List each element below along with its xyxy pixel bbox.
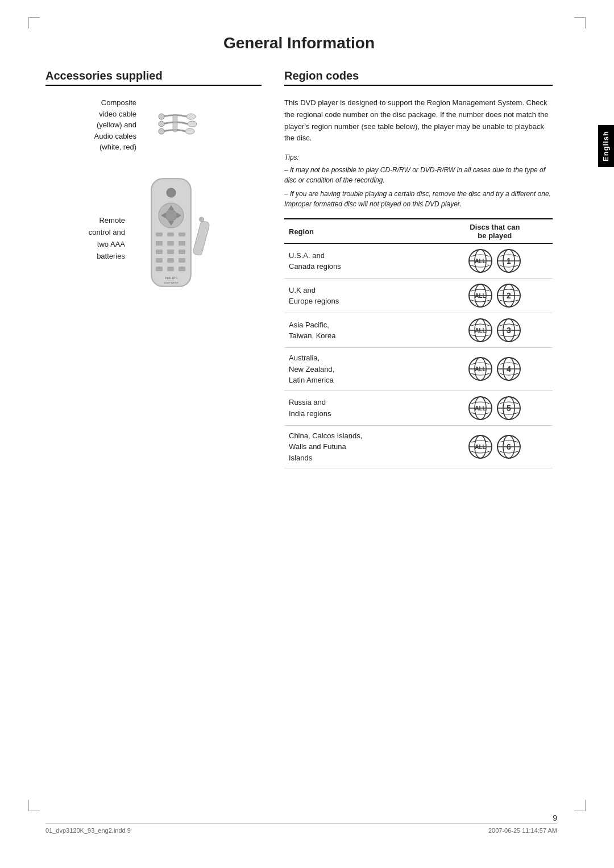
cable-illustration [146,108,202,142]
main-content: Accessories supplied Composite video cab… [45,69,569,468]
region-codes-header: Region codes [284,69,553,86]
svg-rect-25 [156,258,163,263]
disc-icons: ALL 5 [442,396,548,421]
svg-rect-17 [167,232,174,236]
cable-text: Composite video cable (yellow) and Audio… [45,97,136,153]
svg-rect-6 [173,115,177,132]
remote-illustration: PHILIPS DVD PLAYER [134,176,225,302]
region-table: Region Discs that can be played U.S.A. a… [284,218,553,468]
globe-number-icon: 5 [496,396,521,421]
globe-all-icon: ALL [468,318,493,343]
accessories-header: Accessories supplied [45,69,262,86]
region-cell: Asia Pacific,Taiwan, Korea [284,313,437,348]
discs-cell: ALL 3 [437,313,553,348]
svg-text:ALL: ALL [475,405,486,412]
disc-icons: ALL 1 [442,248,548,273]
svg-text:ALL: ALL [475,366,486,372]
svg-point-9 [167,188,176,197]
globe-all-icon: ALL [468,283,493,308]
region-cell: Russia andIndia regions [284,391,437,425]
corner-decoration-tl [28,17,40,28]
svg-rect-27 [179,258,185,263]
table-row: U.K andEurope regions ALL 2 [284,279,553,313]
svg-point-2 [185,128,194,134]
svg-rect-33 [193,220,210,255]
globe-number-icon: 1 [496,248,521,273]
table-row: Australia,New Zealand,Latin America ALL [284,348,553,391]
svg-text:ALL: ALL [475,258,486,264]
svg-point-11 [165,210,177,221]
page-title: General Information [45,34,569,52]
tips-section: Tips: – It may not be possible to play C… [284,152,553,209]
col-region-header: Region [284,219,437,244]
corner-decoration-bl [28,800,40,811]
remote-text: Remote control and two AAA batteries [45,215,125,262]
svg-rect-16 [156,232,163,236]
svg-text:4: 4 [507,364,511,373]
footer-right: 2007-06-25 11:14:57 AM [488,827,557,834]
table-row: U.S.A. andCanada regions ALL 1 [284,244,553,279]
svg-text:DVD PLAYER: DVD PLAYER [164,281,178,284]
svg-rect-26 [167,258,174,263]
svg-text:2: 2 [507,291,511,300]
page-container: English General Information Accessories … [0,0,614,868]
tip-2: – If you are having trouble playing a ce… [284,189,553,209]
col-discs-header: Discs that can be played [437,219,553,244]
svg-point-5 [159,128,164,134]
discs-cell: ALL 6 [437,425,553,468]
disc-icons: ALL 3 [442,318,548,343]
svg-rect-28 [156,267,163,271]
svg-text:1: 1 [507,256,511,265]
globe-number-icon: 4 [496,356,521,381]
remote-accessory: Remote control and two AAA batteries [45,176,262,302]
discs-cell: ALL 4 [437,348,553,391]
globe-number-icon: 2 [496,283,521,308]
globe-all-icon: ALL [468,434,493,459]
footer-left: 01_dvp3120K_93_eng2.indd 9 [45,827,131,834]
discs-cell: ALL 2 [437,279,553,313]
globe-number-icon: 6 [496,434,521,459]
svg-rect-18 [179,232,185,236]
globe-all-icon: ALL [468,396,493,421]
globe-all-icon: ALL [468,248,493,273]
globe-all-icon: ALL [468,356,493,381]
svg-rect-23 [167,250,174,254]
footer: 01_dvp3120K_93_eng2.indd 9 2007-06-25 11… [45,823,557,834]
accessories-section: Accessories supplied Composite video cab… [45,69,262,468]
language-tab: English [598,125,614,167]
region-cell: U.K andEurope regions [284,279,437,313]
corner-decoration-br [574,800,586,811]
region-codes-section: Region codes This DVD player is designed… [284,69,553,468]
region-cell: U.S.A. andCanada regions [284,244,437,279]
tip-1: – It may not be possible to play CD-R/RW… [284,165,553,185]
svg-text:6: 6 [507,442,511,451]
discs-cell: ALL 5 [437,391,553,425]
svg-text:ALL: ALL [475,444,486,450]
svg-text:5: 5 [507,404,511,413]
disc-icons: ALL 4 [442,356,548,381]
svg-text:3: 3 [507,326,511,335]
discs-cell: ALL 1 [437,244,553,279]
table-row: Russia andIndia regions ALL 5 [284,391,553,425]
svg-rect-21 [179,241,185,246]
svg-rect-22 [156,250,163,254]
page-number: 9 [553,813,557,823]
region-cell: Australia,New Zealand,Latin America [284,348,437,391]
corner-decoration-tr [574,17,586,28]
svg-rect-29 [167,267,174,271]
globe-number-icon: 3 [496,318,521,343]
svg-point-1 [188,121,197,127]
svg-point-4 [159,121,164,127]
region-cell: China, Calcos Islands,Walls and FutunaIs… [284,425,437,468]
svg-text:PHILIPS: PHILIPS [164,276,177,280]
table-row: China, Calcos Islands,Walls and FutunaIs… [284,425,553,468]
svg-rect-20 [167,241,174,246]
svg-rect-19 [156,241,163,246]
table-row: Asia Pacific,Taiwan, Korea ALL 3 [284,313,553,348]
disc-icons: ALL 2 [442,283,548,308]
tips-title: Tips: [284,152,553,163]
svg-rect-30 [179,267,185,271]
region-codes-body: This DVD player is designed to support t… [284,97,553,144]
svg-point-3 [159,114,164,119]
svg-text:ALL: ALL [475,327,486,334]
